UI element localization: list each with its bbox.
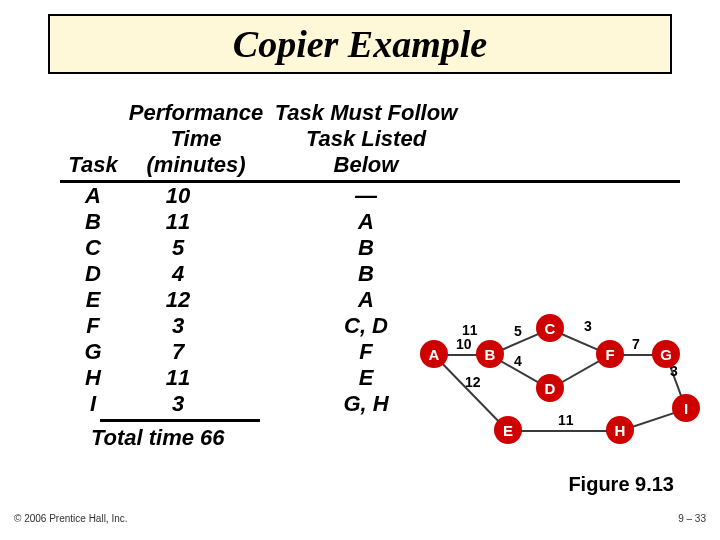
copyright-text: © 2006 Prentice Hall, Inc. <box>14 513 128 524</box>
edge-weight: 4 <box>514 353 522 369</box>
edge-weight: 11 <box>462 322 478 338</box>
edge-weight: 11 <box>558 412 574 428</box>
graph-node-C: C <box>536 314 564 342</box>
graph-node-G: G <box>652 340 680 368</box>
table-row: C5B <box>60 235 680 261</box>
cell-task: F <box>60 313 126 339</box>
graph-edge <box>508 430 620 432</box>
cell-time: 11 <box>126 365 266 391</box>
total-value: 66 <box>200 424 266 452</box>
subtotal-rule <box>100 419 260 422</box>
header-task: Task <box>60 152 126 178</box>
cell-time: 11 <box>126 209 266 235</box>
cell-task: E <box>60 287 126 313</box>
slide-title: Copier Example <box>233 22 487 66</box>
cell-time: 3 <box>126 313 266 339</box>
edge-weight: 5 <box>514 323 522 339</box>
cell-task: G <box>60 339 126 365</box>
cell-task: I <box>60 391 126 417</box>
table-row: B11A <box>60 209 680 235</box>
cell-task: C <box>60 235 126 261</box>
cell-task: H <box>60 365 126 391</box>
cell-follow: A <box>266 209 466 235</box>
graph-node-H: H <box>606 416 634 444</box>
cell-follow: B <box>266 235 466 261</box>
cell-time: 12 <box>126 287 266 313</box>
total-label: Total time <box>60 424 200 452</box>
page-number: 9 – 33 <box>678 513 706 524</box>
cell-time: 4 <box>126 261 266 287</box>
cell-task: B <box>60 209 126 235</box>
edge-weight: 12 <box>465 374 481 390</box>
header-time: Performance Time (minutes) <box>126 100 266 178</box>
graph-node-D: D <box>536 374 564 402</box>
title-box: Copier Example <box>48 14 672 74</box>
table-row: A10— <box>60 183 680 209</box>
cell-follow: B <box>266 261 466 287</box>
graph-node-I: I <box>672 394 700 422</box>
table-header-row: Task Performance Time (minutes) Task Mus… <box>60 100 680 183</box>
table-row: D4B <box>60 261 680 287</box>
header-follow: Task Must Follow Task Listed Below <box>266 100 466 178</box>
cell-time: 10 <box>126 183 266 209</box>
edge-weight: 7 <box>632 336 640 352</box>
edge-weight: 10 <box>456 336 472 352</box>
graph-node-A: A <box>420 340 448 368</box>
cell-time: 3 <box>126 391 266 417</box>
slide: Copier Example Task Performance Time (mi… <box>0 0 720 540</box>
graph-node-B: B <box>476 340 504 368</box>
cell-follow: — <box>266 183 466 209</box>
graph-node-F: F <box>596 340 624 368</box>
cell-task: A <box>60 183 126 209</box>
figure-caption: Figure 9.13 <box>568 473 674 496</box>
cell-task: D <box>60 261 126 287</box>
edge-weight: 3 <box>584 318 592 334</box>
precedence-graph: 1012547113311ABCDEFGHI <box>420 300 700 460</box>
graph-node-E: E <box>494 416 522 444</box>
cell-time: 5 <box>126 235 266 261</box>
cell-time: 7 <box>126 339 266 365</box>
